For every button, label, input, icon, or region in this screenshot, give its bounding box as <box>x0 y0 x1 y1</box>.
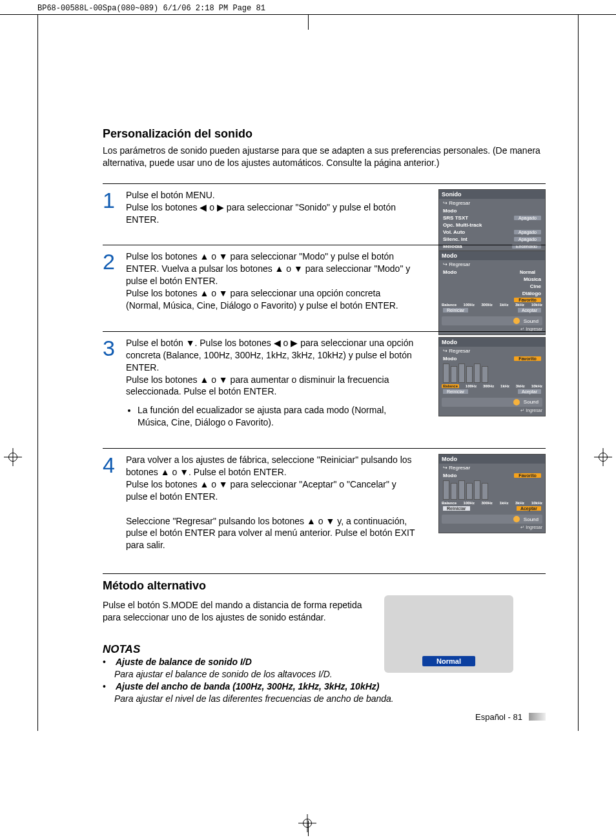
osd-label: Modo <box>443 269 457 275</box>
osd-bottom-buttons: ReiniciarAceptar <box>439 505 545 512</box>
band-selected: Balance <box>442 384 459 388</box>
text: Pulse los botones <box>126 374 200 385</box>
text: Sound <box>524 399 539 405</box>
step-number: 2 <box>103 251 119 311</box>
osd-regresar: ↪ Regresar <box>439 464 545 472</box>
osd-value: Apagado <box>514 237 541 241</box>
osd-modo-eq-reiniciar: Modo ↪ Regresar ModoFavorito Balance100H… <box>438 454 546 533</box>
text: Ingresar <box>526 525 542 529</box>
text: o <box>209 288 219 298</box>
text: o <box>209 479 219 489</box>
aceptar-button: Aceptar <box>518 308 541 312</box>
band: 100Hz <box>464 501 475 505</box>
band: 100Hz <box>464 303 475 307</box>
registration-mark-right <box>594 448 612 466</box>
bullet-icon: • <box>103 681 110 693</box>
osd-value: Normal <box>514 270 541 274</box>
down-arrow-icon: ▼ <box>294 263 303 274</box>
text: . Pulse los botones <box>194 338 273 348</box>
aceptar-button-selected: Aceptar <box>517 506 541 511</box>
osd-label: Modo <box>443 473 457 478</box>
osd-label: Modo <box>443 208 457 214</box>
sound-icon <box>513 318 520 324</box>
band: 300Hz <box>483 384 494 388</box>
registration-mark-bottom <box>298 814 316 832</box>
osd-title: Modo <box>439 251 545 260</box>
eq-bars <box>439 479 545 501</box>
step-number: 1 <box>103 189 119 226</box>
osd-title: Modo <box>439 338 545 347</box>
band: 300Hz <box>482 501 493 505</box>
text: o <box>316 516 326 526</box>
down-arrow-icon: ▼ <box>219 479 228 489</box>
up-arrow-icon: ▲ <box>200 288 209 298</box>
right-arrow-icon: ▶ <box>291 338 298 348</box>
page-footer: Español - 81 <box>475 712 546 722</box>
osd-row: ModoNormal <box>439 269 545 276</box>
down-arrow-icon: ▼ <box>186 338 195 348</box>
band: 100Hz <box>466 384 477 388</box>
osd-value: Apagado <box>514 230 541 234</box>
up-arrow-icon: ▲ <box>161 467 170 477</box>
osd-value: Música <box>524 276 541 282</box>
osd-row: Cine <box>439 283 545 290</box>
up-arrow-icon: ▲ <box>200 374 209 385</box>
text: o <box>209 251 219 261</box>
text: o <box>209 374 219 385</box>
text: o <box>207 202 217 212</box>
alt-method-title: Método alternativo <box>103 573 546 593</box>
section-title: Personalización del sonido <box>103 127 546 141</box>
up-arrow-icon: ▲ <box>307 516 316 526</box>
osd-label: Opc. Multi-track <box>443 222 482 228</box>
band: Balance <box>442 501 457 505</box>
step-1: 1 Pulse el botón MENU. Pulse los botones… <box>103 183 546 245</box>
text: Ingresar <box>526 408 542 413</box>
band: 3kHz <box>515 303 524 307</box>
text: Pulse los botones <box>126 479 200 489</box>
down-arrow-icon: ▼ <box>219 288 228 298</box>
osd-title: Sonido <box>439 190 545 199</box>
note-text: Para ajustar el nivel de las diferentes … <box>114 693 546 705</box>
osd-value-selected: Favorito <box>514 473 541 478</box>
reiniciar-button: Reiniciar <box>443 308 468 312</box>
osd-regresar: ↪ Regresar <box>439 260 545 269</box>
osd-row: Diálogo <box>439 290 545 297</box>
osd-row: Favorito <box>439 297 545 303</box>
sound-icon <box>513 516 520 522</box>
bullet: La función del ecualizador se ajusta par… <box>138 404 416 429</box>
up-arrow-icon: ▲ <box>275 263 284 274</box>
down-arrow-icon: ▼ <box>219 251 228 261</box>
remote-image: Normal <box>384 595 513 673</box>
text: Pulse los botones <box>126 251 200 261</box>
text: o <box>283 263 294 274</box>
osd-value: Apagado <box>514 216 541 220</box>
right-arrow-icon: ▶ <box>217 202 224 212</box>
osd-title: Modo <box>439 455 545 464</box>
sound-icon <box>513 399 520 405</box>
text: Pulse los botones <box>126 202 200 212</box>
bullet-icon: • <box>103 656 110 668</box>
osd-value: Cine <box>530 283 541 289</box>
text: Sound <box>524 517 539 522</box>
text: . Pulse el botón ENTER. <box>189 467 287 477</box>
footer-stripe-icon <box>529 713 546 721</box>
alt-method-text: Pulse el botón S.MODE del mando a distan… <box>103 599 380 624</box>
band: 3kHz <box>515 501 524 505</box>
osd-value: Diálogo <box>522 291 541 296</box>
text: Seleccione "Regresar" pulsando los boton… <box>126 516 307 526</box>
osd-row: ModoFavorito <box>439 355 545 362</box>
osd-label: Silenc. Int <box>443 236 467 242</box>
osd-regresar: ↪ Regresar <box>439 347 545 355</box>
crop-tick-bottom <box>308 821 309 836</box>
band: Balance <box>442 303 457 307</box>
osd-row: Música <box>439 276 545 283</box>
page-number: Español - 81 <box>475 712 522 722</box>
down-arrow-icon: ▼ <box>180 467 189 477</box>
page: Personalización del sonido Los parámetro… <box>37 14 579 731</box>
band: 10kHz <box>531 384 542 388</box>
remote-display-label: Normal <box>422 656 475 666</box>
text: Regresar <box>449 200 470 206</box>
text: Sound <box>524 318 539 324</box>
osd-label: Modo <box>443 356 457 362</box>
step-4: 4 Para volver a los ajustes de fábrica, … <box>103 448 546 571</box>
